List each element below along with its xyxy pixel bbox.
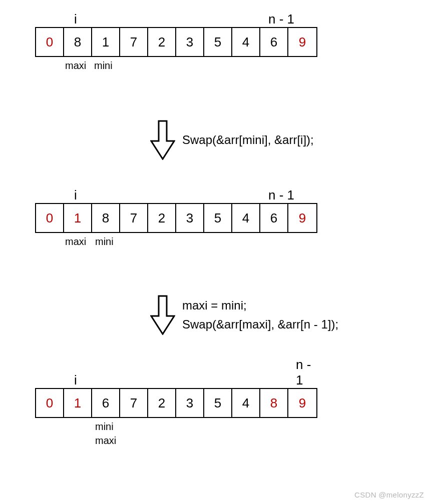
cell: 5 — [204, 204, 232, 232]
cell: 7 — [120, 204, 148, 232]
cell: 7 — [120, 28, 148, 56]
label-maxi: maxi — [95, 435, 116, 446]
label-n-minus-1: n - 1 — [268, 12, 294, 27]
transition-1-code: Swap(&arr[mini], &arr[i]); — [182, 130, 314, 150]
cell: 0 — [36, 204, 64, 232]
down-arrow-icon — [150, 120, 175, 160]
cell: 6 — [92, 389, 120, 417]
stage-3: i n - 1 0 1 6 7 2 3 5 4 8 9 mini maxi — [35, 370, 317, 448]
cell: 2 — [148, 204, 176, 232]
stage1-bottom-labels: maxi mini — [35, 57, 317, 87]
label-mini: mini — [95, 236, 114, 248]
cell: 4 — [232, 204, 260, 232]
array-2: 0 1 8 7 2 3 5 4 6 9 — [35, 203, 317, 233]
array-1: 0 8 1 7 2 3 5 4 6 9 — [35, 27, 317, 57]
cell: 9 — [288, 28, 316, 56]
cell: 6 — [260, 204, 288, 232]
cell: 8 — [92, 204, 120, 232]
cell: 3 — [176, 204, 204, 232]
cell: 4 — [232, 389, 260, 417]
cell: 1 — [64, 204, 92, 232]
stage2-top-labels: i n - 1 — [35, 185, 317, 203]
stage3-bottom-labels: mini maxi — [35, 418, 317, 448]
down-arrow-icon — [150, 295, 175, 335]
stage-2: i n - 1 0 1 8 7 2 3 5 4 6 9 maxi mini — [35, 185, 317, 263]
label-mini: mini — [95, 421, 114, 432]
label-n-minus-1: n - 1 — [268, 188, 294, 203]
transition-2-code-line2: Swap(&arr[maxi], &arr[n - 1]); — [182, 315, 338, 334]
transition-1: Swap(&arr[mini], &arr[i]); — [150, 120, 314, 160]
label-mini: mini — [94, 60, 113, 72]
cell: 6 — [260, 28, 288, 56]
cell: 7 — [120, 389, 148, 417]
watermark: CSDN @melonyzzZ — [354, 490, 424, 499]
cell: 1 — [92, 28, 120, 56]
transition-2-code: maxi = mini; Swap(&arr[maxi], &arr[n - 1… — [182, 296, 338, 334]
label-i: i — [74, 12, 77, 27]
cell: 3 — [176, 28, 204, 56]
cell: 9 — [288, 389, 316, 417]
cell: 2 — [148, 389, 176, 417]
label-n-minus-1: n - 1 — [296, 357, 317, 388]
cell: 8 — [64, 28, 92, 56]
label-maxi: maxi — [65, 236, 86, 248]
cell: 0 — [36, 389, 64, 417]
array-3: 0 1 6 7 2 3 5 4 8 9 — [35, 388, 317, 418]
transition-2-code-line1: maxi = mini; — [182, 296, 338, 315]
label-i: i — [74, 188, 77, 203]
stage3-top-labels: i n - 1 — [35, 370, 317, 388]
stage-1: i n - 1 0 8 1 7 2 3 5 4 6 9 maxi mini — [35, 9, 317, 87]
label-maxi: maxi — [65, 60, 86, 72]
cell: 5 — [204, 389, 232, 417]
label-i: i — [74, 372, 77, 388]
cell: 1 — [64, 389, 92, 417]
stage1-top-labels: i n - 1 — [35, 9, 317, 27]
cell: 5 — [204, 28, 232, 56]
cell: 3 — [176, 389, 204, 417]
transition-2: maxi = mini; Swap(&arr[maxi], &arr[n - 1… — [150, 295, 338, 335]
cell: 8 — [260, 389, 288, 417]
cell: 0 — [36, 28, 64, 56]
cell: 9 — [288, 204, 316, 232]
stage2-bottom-labels: maxi mini — [35, 233, 317, 263]
cell: 2 — [148, 28, 176, 56]
cell: 4 — [232, 28, 260, 56]
